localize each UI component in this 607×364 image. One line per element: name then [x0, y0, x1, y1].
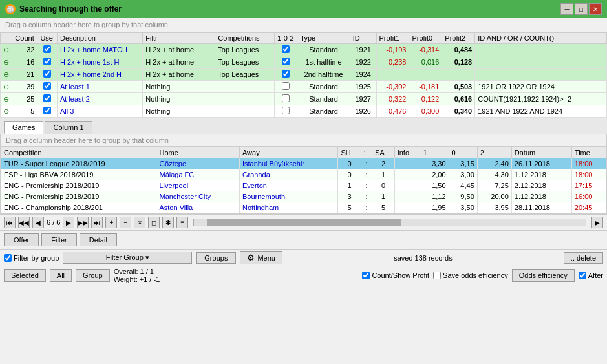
- row-102[interactable]: [275, 81, 297, 93]
- row-use[interactable]: [37, 44, 58, 56]
- use-checkbox[interactable]: [43, 70, 51, 78]
- row-star[interactable]: ⊙: [1, 105, 12, 118]
- bottom-col-header-9[interactable]: 2: [477, 147, 511, 158]
- row-star[interactable]: ⊖: [1, 56, 12, 69]
- col-header-type[interactable]: Type: [297, 33, 350, 44]
- nav-first-button[interactable]: ⏮: [4, 217, 16, 228]
- row-102-checkbox[interactable]: [282, 58, 290, 65]
- bottom-col-header-4[interactable]: :: [361, 147, 372, 158]
- row-idand: [475, 56, 607, 69]
- row-102-checkbox[interactable]: [282, 70, 290, 78]
- nav-last-button[interactable]: ⏭: [91, 217, 103, 228]
- col-header-desc[interactable]: Description: [57, 33, 142, 44]
- count-show-profit-checkbox[interactable]: [362, 272, 370, 279]
- after-checkbox[interactable]: [579, 272, 586, 279]
- row-102-checkbox[interactable]: [282, 107, 290, 114]
- row-102-checkbox[interactable]: [282, 45, 290, 53]
- nav-prev-button[interactable]: ◀: [32, 217, 44, 228]
- bottom-col-header-3[interactable]: SH: [338, 147, 361, 158]
- tab-column1[interactable]: Column 1: [45, 121, 92, 134]
- filter-by-group-label[interactable]: Filter by group: [4, 254, 59, 262]
- use-checkbox[interactable]: [43, 45, 51, 53]
- nav-scroll-right-button[interactable]: ▶: [591, 217, 603, 228]
- row-use[interactable]: [37, 69, 58, 81]
- col-header-comp[interactable]: Competitions: [215, 33, 275, 44]
- nav-filter-button[interactable]: ≡: [176, 217, 188, 228]
- scroll-thumb[interactable]: [207, 219, 401, 226]
- tab-games[interactable]: Games: [4, 121, 43, 134]
- nav-copy-button[interactable]: ◻: [148, 217, 160, 228]
- use-checkbox[interactable]: [43, 82, 51, 90]
- col-header-idand[interactable]: ID AND / OR / COUNT(): [475, 33, 607, 44]
- bt-o1: 2,00: [420, 169, 449, 180]
- nav-page-info: 6 / 6: [47, 219, 60, 226]
- row-102-checkbox[interactable]: [282, 82, 290, 90]
- row-use[interactable]: [37, 81, 58, 93]
- bottom-col-header-8[interactable]: 0: [449, 147, 477, 158]
- row-use[interactable]: [37, 56, 58, 69]
- col-header-filtr[interactable]: Filtr: [143, 33, 215, 44]
- filter-button[interactable]: Filter: [41, 233, 76, 246]
- row-102-checkbox[interactable]: [282, 94, 290, 102]
- col-header-102[interactable]: 1-0-2: [275, 33, 297, 44]
- filter-group-button[interactable]: Filter Group ▾: [63, 252, 192, 264]
- row-102[interactable]: [275, 69, 297, 81]
- col-header-use[interactable]: Use: [37, 33, 58, 44]
- bottom-col-header-2[interactable]: Away: [239, 147, 338, 158]
- save-odds-eff-label[interactable]: Save odds efficiency: [433, 272, 508, 279]
- bottom-table-container: Drag a column header here to group by th…: [0, 134, 607, 214]
- after-label[interactable]: After: [579, 272, 603, 279]
- col-header-id[interactable]: ID: [350, 33, 376, 44]
- nav-next-button[interactable]: ▶: [63, 217, 74, 228]
- bottom-col-header-7[interactable]: 1: [420, 147, 449, 158]
- col-header-profit1[interactable]: Profit1: [376, 33, 409, 44]
- minimize-button[interactable]: ─: [560, 3, 573, 15]
- group-button[interactable]: Group: [76, 269, 110, 282]
- col-header-count[interactable]: Count: [12, 33, 37, 44]
- close-button[interactable]: ✕: [589, 3, 602, 15]
- row-102[interactable]: [275, 105, 297, 118]
- nav-add-button[interactable]: +: [105, 217, 117, 228]
- bottom-col-header-1[interactable]: Home: [156, 147, 240, 158]
- maximize-button[interactable]: □: [575, 3, 588, 15]
- row-star[interactable]: ⊖: [1, 44, 12, 56]
- bottom-col-header-6[interactable]: Info: [394, 147, 420, 158]
- all-button[interactable]: All: [50, 269, 72, 282]
- col-header-profit0[interactable]: Profit0: [409, 33, 442, 44]
- selected-button[interactable]: Selected: [4, 269, 46, 282]
- row-star[interactable]: ⊖: [1, 93, 12, 105]
- nav-next-next-button[interactable]: ▶▶: [77, 217, 89, 228]
- count-show-profit-label[interactable]: Count/Show Profit: [362, 272, 429, 279]
- offer-button[interactable]: Offer: [4, 233, 39, 246]
- bt-home: Liverpool: [156, 180, 240, 191]
- col-header-star[interactable]: [1, 33, 12, 44]
- row-star[interactable]: ⊖: [1, 69, 12, 81]
- use-checkbox[interactable]: [43, 107, 51, 114]
- detail-button[interactable]: Detail: [80, 233, 117, 246]
- menu-button[interactable]: ⚙ Menu: [240, 251, 282, 264]
- row-102[interactable]: [275, 44, 297, 56]
- row-102[interactable]: [275, 93, 297, 105]
- bottom-col-header-0[interactable]: Competition: [1, 147, 156, 158]
- save-odds-eff-checkbox[interactable]: [433, 272, 441, 279]
- nav-x-button[interactable]: ×: [134, 217, 145, 228]
- delete-button[interactable]: .. delete: [564, 252, 603, 264]
- bottom-col-header-11[interactable]: Time: [571, 147, 606, 158]
- bottom-col-header-5[interactable]: SA: [372, 147, 394, 158]
- row-102[interactable]: [275, 56, 297, 69]
- col-header-profit2[interactable]: Profit2: [442, 33, 475, 44]
- use-checkbox[interactable]: [43, 58, 51, 65]
- scroll-bar[interactable]: [193, 219, 586, 226]
- use-checkbox[interactable]: [43, 94, 51, 102]
- bottom-col-header-10[interactable]: Datum: [511, 147, 571, 158]
- row-use[interactable]: [37, 105, 58, 118]
- odds-efficiency-button[interactable]: Odds efficiency: [512, 269, 575, 282]
- row-use[interactable]: [37, 93, 58, 105]
- nav-prev-prev-button[interactable]: ◀◀: [18, 217, 30, 228]
- nav-star-button[interactable]: ✱: [162, 217, 174, 228]
- row-type: Standard: [297, 105, 350, 118]
- filter-by-group-checkbox[interactable]: [4, 254, 12, 262]
- nav-minus-button[interactable]: −: [120, 217, 131, 228]
- groups-button[interactable]: Groups: [196, 252, 236, 264]
- row-star[interactable]: ⊖: [1, 81, 12, 93]
